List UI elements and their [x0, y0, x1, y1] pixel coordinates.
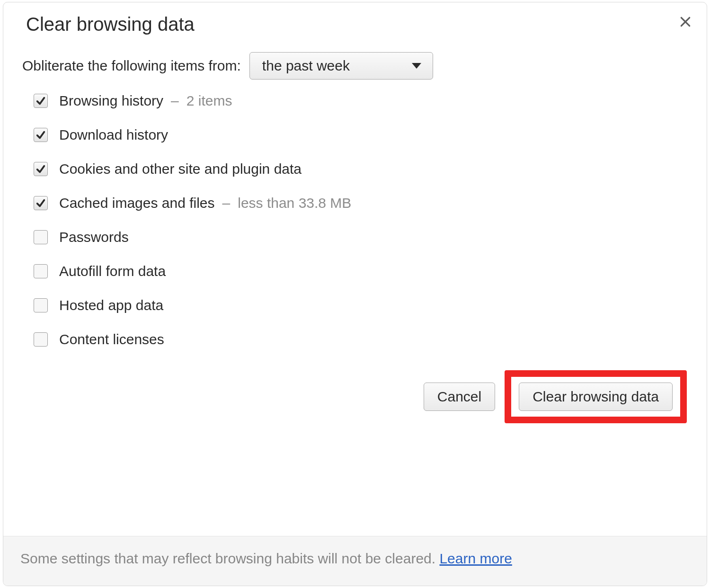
dialog-actions: Cancel Clear browsing data	[22, 365, 688, 439]
checkbox-cookies[interactable]	[34, 162, 48, 176]
label-licenses: Content licenses	[59, 331, 164, 347]
time-range-select[interactable]: the past week	[249, 52, 433, 80]
checkbox-passwords[interactable]	[34, 230, 48, 244]
cancel-button-label: Cancel	[437, 389, 481, 405]
row-browsing-history: Browsing history – 2 items	[34, 93, 688, 109]
sub-browsing-history: 2 items	[186, 93, 232, 109]
chevron-down-icon	[412, 63, 421, 69]
clear-browsing-data-dialog: Clear browsing data Obliterate the follo…	[3, 2, 707, 586]
separator-dash: –	[222, 195, 231, 211]
checkbox-autofill[interactable]	[34, 264, 48, 278]
row-cookies: Cookies and other site and plugin data	[34, 161, 688, 177]
row-licenses: Content licenses	[34, 331, 688, 347]
checkbox-browsing-history[interactable]	[34, 94, 48, 108]
sub-cache: less than 33.8 MB	[238, 195, 351, 211]
label-cookies: Cookies and other site and plugin data	[59, 161, 302, 177]
clear-browsing-data-button[interactable]: Clear browsing data	[519, 383, 673, 411]
checkbox-download-history[interactable]	[34, 128, 48, 142]
label-autofill: Autofill form data	[59, 263, 166, 279]
row-cache: Cached images and files – less than 33.8…	[34, 195, 688, 211]
checkbox-licenses[interactable]	[34, 332, 48, 347]
highlight-annotation: Clear browsing data	[505, 370, 687, 423]
clear-browsing-data-button-label: Clear browsing data	[532, 389, 659, 405]
row-autofill: Autofill form data	[34, 263, 688, 279]
row-hosted-app: Hosted app data	[34, 297, 688, 313]
label-hosted-app: Hosted app data	[59, 297, 163, 313]
label-passwords: Passwords	[59, 229, 129, 245]
checkbox-hosted-app[interactable]	[34, 298, 48, 312]
time-range-label: Obliterate the following items from:	[22, 58, 241, 74]
label-download-history: Download history	[59, 127, 168, 143]
label-cache: Cached images and files	[59, 195, 215, 211]
close-icon[interactable]	[676, 12, 695, 31]
separator-dash: –	[171, 93, 179, 109]
row-passwords: Passwords	[34, 229, 688, 245]
cancel-button[interactable]: Cancel	[424, 383, 495, 411]
dialog-footer: Some settings that may reflect browsing …	[3, 536, 707, 586]
learn-more-link[interactable]: Learn more	[439, 551, 512, 566]
checkbox-cache[interactable]	[34, 196, 48, 210]
data-type-checklist: Browsing history – 2 items Download hist…	[22, 93, 688, 347]
time-range-value: the past week	[262, 58, 350, 74]
dialog-title: Clear browsing data	[26, 14, 684, 35]
label-browsing-history: Browsing history	[59, 93, 163, 109]
footer-text: Some settings that may reflect browsing …	[20, 551, 439, 566]
row-download-history: Download history	[34, 127, 688, 143]
